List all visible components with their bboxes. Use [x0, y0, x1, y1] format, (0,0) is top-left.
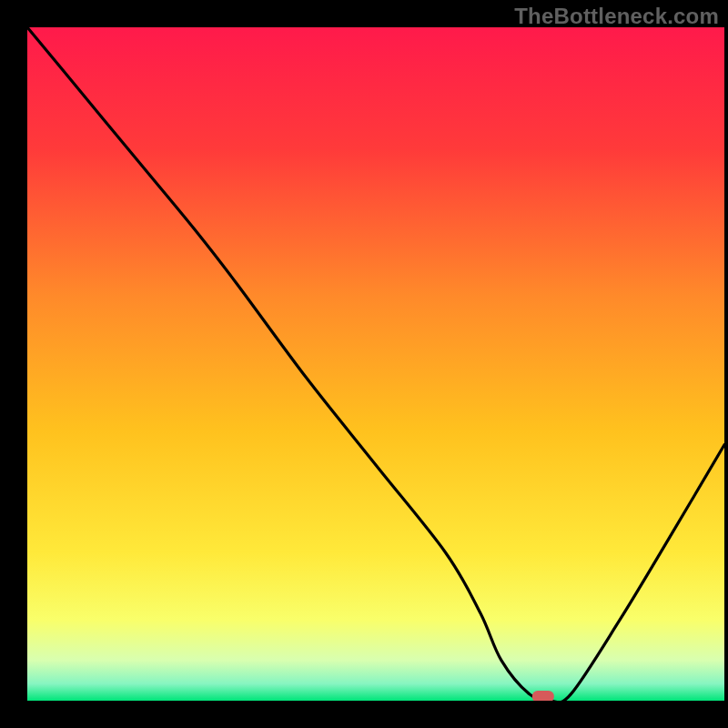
plot-background — [27, 27, 724, 701]
watermark-text: TheBottleneck.com — [514, 4, 719, 29]
axis-bottom — [0, 701, 728, 728]
axis-left — [0, 0, 27, 728]
bottleneck-chart — [0, 0, 728, 728]
chart-frame: { "watermark": "TheBottleneck.com", "cha… — [0, 0, 728, 728]
